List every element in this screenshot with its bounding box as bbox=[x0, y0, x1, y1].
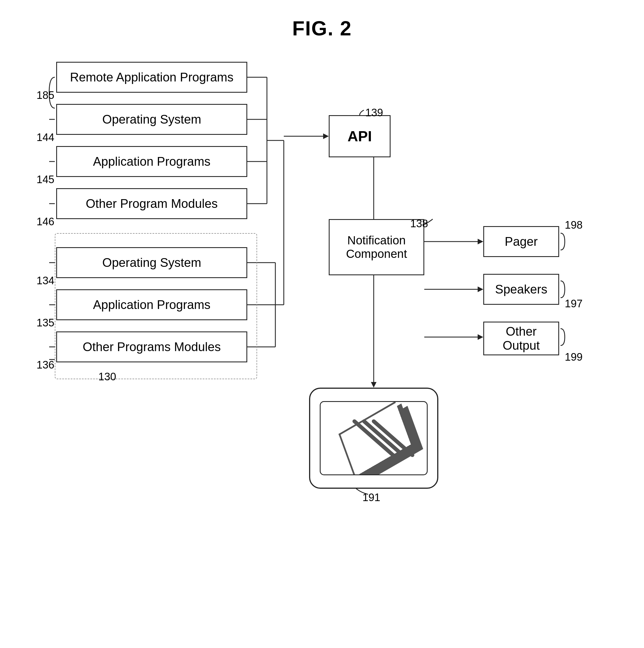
label-139: 139 bbox=[365, 107, 383, 119]
svg-line-26 bbox=[374, 421, 412, 455]
api-box: API bbox=[329, 115, 391, 157]
os-top-box: Operating System bbox=[56, 104, 247, 135]
svg-marker-23 bbox=[371, 382, 377, 388]
notification-box: Notification Component bbox=[329, 219, 424, 275]
label-191: 191 bbox=[362, 492, 380, 504]
label-145: 145 bbox=[37, 174, 54, 186]
label-134: 134 bbox=[37, 275, 54, 287]
os-bottom-box: Operating System bbox=[56, 247, 247, 278]
label-199: 199 bbox=[565, 351, 583, 363]
app-bottom-box: Application Programs bbox=[56, 289, 247, 320]
remote-app-label: Remote Application Programs bbox=[70, 70, 234, 84]
label-130: 130 bbox=[98, 371, 116, 383]
other-prog-bottom-label: Other Programs Modules bbox=[83, 340, 221, 354]
pager-box: Pager bbox=[483, 226, 559, 257]
other-prog-bottom-box: Other Programs Modules bbox=[56, 331, 247, 362]
label-144: 144 bbox=[37, 131, 54, 144]
svg-marker-21 bbox=[478, 334, 483, 340]
label-135: 135 bbox=[37, 317, 54, 329]
remote-app-box: Remote Application Programs bbox=[56, 62, 247, 93]
other-output-label: Other Output bbox=[503, 324, 540, 353]
svg-line-25 bbox=[364, 421, 403, 455]
display-device bbox=[309, 388, 438, 489]
label-138: 138 bbox=[410, 218, 428, 230]
other-prog-top-label: Other Program Modules bbox=[86, 197, 218, 211]
app-bottom-label: Application Programs bbox=[93, 298, 210, 312]
label-146: 146 bbox=[37, 216, 54, 228]
label-198: 198 bbox=[565, 219, 583, 231]
label-185: 185 bbox=[37, 89, 54, 101]
other-prog-top-box: Other Program Modules bbox=[56, 188, 247, 219]
figure-title: FIG. 2 bbox=[0, 0, 644, 40]
os-top-label: Operating System bbox=[102, 112, 201, 126]
other-output-box: Other Output bbox=[483, 322, 559, 355]
speakers-box: Speakers bbox=[483, 274, 559, 305]
label-197: 197 bbox=[565, 298, 583, 310]
svg-marker-13 bbox=[323, 133, 329, 139]
display-screen bbox=[320, 401, 428, 475]
diagram-area: Remote Application Programs 185 Operatin… bbox=[0, 45, 644, 635]
speakers-label: Speakers bbox=[495, 282, 547, 296]
app-top-box: Application Programs bbox=[56, 146, 247, 177]
api-label: API bbox=[348, 128, 372, 145]
app-top-label: Application Programs bbox=[93, 155, 210, 168]
svg-line-24 bbox=[354, 421, 393, 455]
svg-marker-17 bbox=[478, 239, 483, 245]
label-136: 136 bbox=[37, 359, 54, 371]
svg-marker-19 bbox=[478, 286, 483, 292]
notification-label: Notification Component bbox=[346, 234, 407, 261]
pager-label: Pager bbox=[505, 234, 538, 249]
os-bottom-label: Operating System bbox=[102, 256, 201, 270]
